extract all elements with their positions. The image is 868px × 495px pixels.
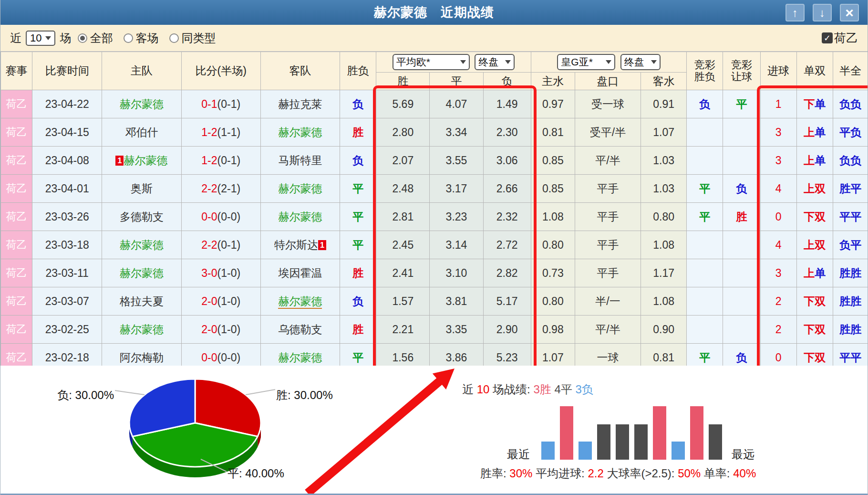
result-cell: 平: [340, 175, 376, 203]
check-icon: ✓: [824, 33, 831, 43]
date-cell: 23-04-01: [32, 175, 102, 203]
oddeven-char: 单: [815, 126, 826, 138]
team-name: 奥斯: [131, 182, 153, 195]
home-team-cell: 赫尔蒙德: [102, 259, 181, 287]
title-bar: 赫尔蒙德 近期战绩 ↑ ↓ ×: [0, 0, 868, 25]
asia-cell: 0.97: [531, 90, 575, 118]
asia-cell: 受平/半: [575, 118, 641, 147]
oddeven-char: 上: [804, 154, 815, 167]
league-cell: 荷乙: [1, 287, 32, 316]
jc-result-cell: 负: [687, 90, 723, 118]
oddeven-cell: 上单: [796, 259, 833, 287]
radio-label: 全部: [90, 31, 113, 46]
halffull-cell: 负负: [833, 147, 868, 175]
col-odds-loss: 负: [483, 73, 531, 90]
team-name: 赫拉克莱: [278, 98, 322, 110]
odds-cell: 2.41: [376, 259, 430, 287]
jc-handicap-cell: 平: [723, 90, 760, 118]
date-cell: 23-03-11: [32, 259, 102, 287]
chevron-down-icon: [505, 60, 511, 64]
league-cell: 荷乙: [1, 203, 32, 231]
away-team-cell: 特尔斯达1: [260, 231, 340, 259]
games-count-select[interactable]: 10: [26, 31, 55, 46]
oddeven-cell: 下双: [796, 287, 833, 316]
scroll-up-button[interactable]: ↑: [785, 4, 805, 21]
odds-company-select[interactable]: 平均欧*: [393, 54, 470, 70]
result-cell: 负: [340, 147, 376, 175]
goals-cell: 2: [760, 287, 796, 316]
radio-label: 客场: [135, 31, 158, 46]
odds-cell: 1.49: [483, 90, 531, 118]
goals-cell: 3: [760, 118, 796, 147]
score-fulltime: 3-0: [201, 267, 217, 279]
asia-cell: 受一球: [575, 90, 641, 118]
oddeven-cell: 下双: [796, 203, 833, 231]
halffull-cell: 平负: [833, 118, 868, 147]
chevron-down-icon: [651, 60, 657, 64]
league-filter: ✓ 荷乙: [822, 30, 858, 46]
table-row: 荷乙23-03-18赫尔蒙德2-2(0-1)特尔斯达1平2.453.142.72…: [1, 231, 868, 259]
stat-value: 2.2: [588, 467, 603, 480]
home-team-cell: 奥斯: [102, 175, 181, 203]
result-bar: [616, 424, 629, 460]
match-table: 赛事 比赛时间 主队 比分(半场) 客队 胜负 平均欧* 终盘: [0, 52, 868, 372]
score-fulltime: 0-0: [201, 351, 217, 364]
halffull-cell: 平平: [833, 203, 868, 231]
asia-cell: 1.07: [641, 118, 687, 147]
radio-icon[interactable]: [169, 33, 179, 43]
scroll-down-button[interactable]: ↓: [813, 4, 832, 21]
stat-value: 30%: [509, 467, 532, 480]
home-team-cell: 赫尔蒙德: [102, 231, 181, 259]
radio-item-0: 全部: [78, 31, 113, 46]
asia-cell: 平/半: [575, 316, 641, 344]
asia-company-select[interactable]: 皇G亚*: [557, 54, 615, 70]
radio-item-1: 客场: [124, 31, 158, 46]
score-fulltime: 1-2: [201, 154, 217, 167]
radio-icon[interactable]: [78, 33, 87, 43]
asia-cell: 平手: [575, 203, 641, 231]
result-bar: [560, 406, 573, 460]
result-bar: [690, 406, 703, 460]
result-bar: [653, 406, 666, 460]
odds-cell: 2.48: [376, 175, 430, 203]
col-goals: 进球: [760, 52, 796, 90]
league-checkbox[interactable]: ✓: [822, 32, 833, 43]
games-count-value: 10: [30, 32, 41, 44]
radio-item-2: 同类型: [169, 31, 216, 46]
score-halftime: (0-0): [217, 351, 241, 364]
result-cell: 负: [340, 287, 376, 316]
farthest-label: 最远: [732, 447, 754, 462]
oddeven-char: 下: [804, 351, 815, 364]
games-label: 场: [60, 31, 71, 46]
goals-cell: 0: [760, 203, 796, 231]
asia-stage-select[interactable]: 终盘: [620, 54, 661, 70]
radio-icon[interactable]: [124, 33, 133, 43]
pie-label-loss: 负: 30.00%: [41, 388, 114, 403]
oddeven-char: 上: [804, 267, 815, 279]
team-name: 赫尔蒙德: [120, 323, 164, 336]
jc-result-cell: [687, 231, 723, 259]
jc-result-cell: 平: [687, 175, 723, 203]
odds-cell: 3.55: [430, 147, 483, 175]
odds-stage-select[interactable]: 终盘: [475, 54, 515, 70]
team-badge: 1: [115, 156, 124, 166]
score-fulltime: 2-0: [201, 323, 217, 336]
result-bar: [634, 424, 648, 460]
odds-cell: 2.72: [483, 231, 531, 259]
oddeven-char: 上: [804, 182, 815, 195]
score-cell: 1-2(1-1): [181, 118, 260, 147]
jc-handicap-cell: [723, 118, 760, 147]
asia-cell: 1.03: [641, 175, 687, 203]
away-team-cell: 赫尔蒙德: [260, 118, 340, 147]
filter-bar: 近 10 场 全部客场同类型 ✓ 荷乙: [0, 25, 868, 52]
oddeven-char: 下: [804, 295, 815, 307]
table-row: 荷乙23-03-26多德勒支0-0(0-0)赫尔蒙德平2.813.232.321…: [1, 203, 868, 231]
date-cell: 23-04-08: [32, 147, 102, 175]
close-button[interactable]: ×: [840, 4, 859, 21]
match-table-wrap: 赛事 比赛时间 主队 比分(半场) 客队 胜负 平均欧* 终盘: [0, 52, 868, 366]
home-team-cell: 多德勒支: [102, 203, 181, 231]
away-team-cell: 马斯特里: [260, 147, 340, 175]
result-bar: [672, 442, 685, 460]
asia-cell: 0.91: [641, 90, 687, 118]
chevron-down-icon: [606, 60, 611, 64]
